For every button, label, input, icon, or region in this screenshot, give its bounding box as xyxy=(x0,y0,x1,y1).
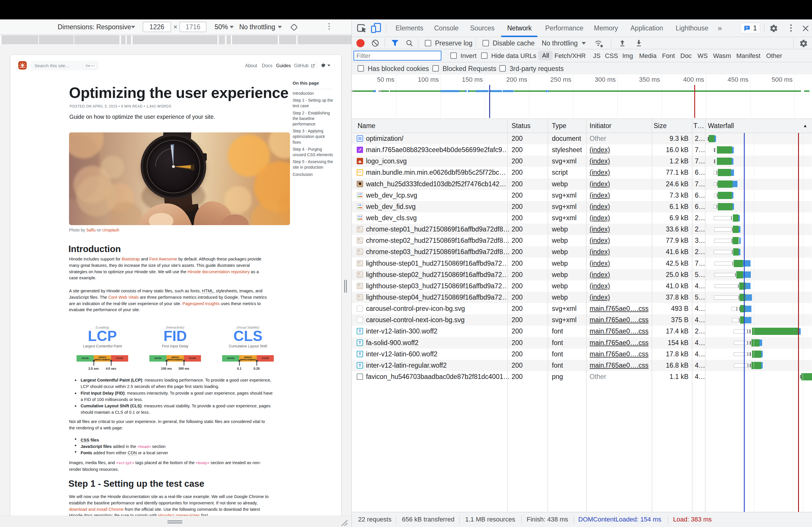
svg-text:<>: <> xyxy=(358,170,361,174)
